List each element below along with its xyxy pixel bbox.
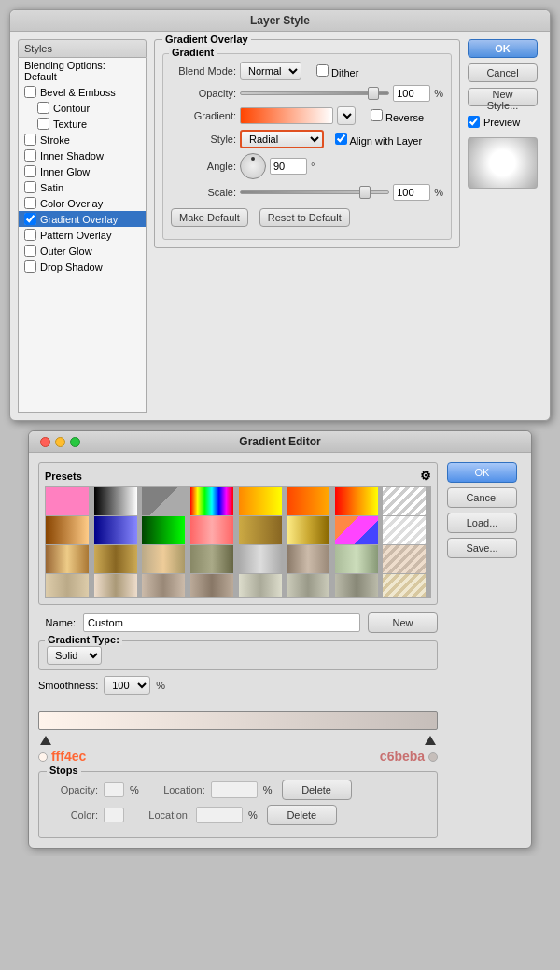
preset-swatch[interactable] — [190, 487, 233, 515]
sidebar-item-inner-glow[interactable]: Inner Glow — [19, 163, 146, 179]
preset-swatch[interactable] — [335, 487, 378, 515]
inner-glow-checkbox[interactable] — [24, 165, 36, 177]
sidebar-item-inner-shadow[interactable]: Inner Shadow — [19, 148, 146, 163]
color-location-input[interactable] — [196, 807, 243, 823]
preset-swatch[interactable] — [142, 516, 185, 544]
preset-swatch[interactable] — [383, 545, 426, 573]
sidebar-item-drop-shadow[interactable]: Drop Shadow — [19, 259, 146, 274]
sidebar-item-texture[interactable]: Texture — [19, 116, 146, 132]
right-color-stop[interactable] — [425, 736, 436, 745]
preset-swatch[interactable] — [94, 487, 137, 515]
outer-glow-checkbox[interactable] — [24, 245, 36, 257]
preset-swatch[interactable] — [239, 487, 282, 515]
reverse-checkbox[interactable] — [371, 109, 383, 121]
bevel-checkbox[interactable] — [24, 86, 36, 98]
ge-cancel-button[interactable]: Cancel — [447, 487, 517, 508]
preset-swatch[interactable] — [383, 516, 426, 544]
style-select[interactable]: Radial Linear Angle Reflected Diamond — [240, 130, 324, 148]
sidebar-item-gradient-overlay[interactable]: Gradient Overlay — [19, 211, 146, 227]
sidebar-item-outer-glow[interactable]: Outer Glow — [19, 243, 146, 259]
maximize-button[interactable] — [70, 437, 80, 447]
preset-swatch[interactable] — [287, 516, 329, 544]
ge-save-button[interactable]: Save... — [447, 538, 517, 558]
preset-swatch[interactable] — [46, 545, 89, 573]
opacity-location-input[interactable] — [211, 781, 258, 798]
preset-swatch[interactable] — [287, 487, 329, 515]
opacity-slider-thumb[interactable] — [368, 87, 379, 100]
preset-swatch[interactable] — [46, 574, 89, 598]
sidebar-item-stroke[interactable]: Stroke — [19, 132, 146, 148]
cancel-button[interactable]: Cancel — [468, 63, 538, 82]
color-delete-button[interactable]: Delete — [267, 805, 337, 825]
preset-swatch[interactable] — [46, 487, 89, 515]
preview-checkbox[interactable] — [468, 116, 480, 128]
gradient-bar[interactable] — [38, 711, 438, 730]
preset-swatch[interactable] — [335, 545, 378, 573]
scale-thumb[interactable] — [359, 186, 371, 199]
preset-swatch[interactable] — [190, 545, 233, 573]
drop-shadow-checkbox[interactable] — [24, 260, 36, 273]
opacity-input[interactable] — [393, 85, 430, 102]
contour-checkbox[interactable] — [37, 102, 49, 114]
preset-swatch[interactable] — [142, 574, 185, 598]
gear-icon[interactable]: ⚙ — [420, 469, 431, 483]
stroke-checkbox[interactable] — [24, 134, 36, 146]
gradient-overlay-checkbox[interactable] — [24, 213, 36, 225]
satin-checkbox[interactable] — [24, 181, 36, 193]
inner-shadow-checkbox[interactable] — [24, 149, 36, 162]
preset-swatch[interactable] — [142, 545, 185, 573]
make-default-button[interactable]: Make Default — [171, 208, 248, 227]
ok-button[interactable]: OK — [468, 39, 538, 58]
ge-load-button[interactable]: Load... — [447, 513, 517, 533]
opacity-slider[interactable] — [240, 91, 389, 95]
dither-checkbox[interactable] — [316, 64, 329, 77]
sidebar-item-color-overlay[interactable]: Color Overlay — [19, 195, 146, 211]
color-overlay-checkbox[interactable] — [24, 197, 36, 209]
style-row: Style: Radial Linear Angle Reflected Dia… — [171, 130, 443, 148]
gradient-type-select[interactable]: Solid Noise — [47, 646, 102, 665]
preset-swatch[interactable] — [335, 516, 378, 544]
sidebar-item-contour[interactable]: Contour — [19, 100, 146, 116]
angle-input[interactable] — [270, 158, 307, 175]
sidebar-item-pattern-overlay[interactable]: Pattern Overlay — [19, 227, 146, 243]
preset-swatch[interactable] — [239, 574, 282, 598]
scale-input[interactable] — [393, 184, 430, 201]
new-style-button[interactable]: New Style... — [468, 88, 538, 106]
preset-swatch[interactable] — [46, 516, 89, 544]
sidebar-item-blending[interactable]: Blending Options: Default — [19, 58, 146, 84]
preset-swatch[interactable] — [190, 574, 233, 598]
texture-checkbox[interactable] — [37, 118, 49, 130]
presets-grid — [45, 486, 431, 598]
preset-swatch[interactable] — [239, 516, 282, 544]
gradient-dropdown[interactable] — [337, 106, 356, 125]
new-gradient-button[interactable]: New — [368, 612, 438, 633]
left-color-stop[interactable] — [40, 736, 51, 745]
smoothness-select[interactable]: 100 — [104, 676, 150, 695]
name-input[interactable] — [83, 613, 360, 632]
preset-swatch[interactable] — [335, 574, 378, 598]
preset-swatch[interactable] — [383, 574, 426, 598]
pattern-overlay-checkbox[interactable] — [24, 229, 36, 241]
minimize-button[interactable] — [55, 437, 65, 447]
preset-swatch[interactable] — [287, 574, 329, 598]
opacity-delete-button[interactable]: Delete — [282, 780, 352, 800]
preset-swatch[interactable] — [239, 545, 282, 573]
ge-ok-button[interactable]: OK — [447, 462, 517, 483]
preset-swatch[interactable] — [94, 516, 137, 544]
right-color-label: c6beba — [380, 749, 425, 764]
preset-swatch[interactable] — [190, 516, 233, 544]
preset-swatch[interactable] — [142, 487, 185, 515]
align-with-layer-checkbox[interactable] — [335, 133, 347, 145]
reset-to-default-button[interactable]: Reset to Default — [259, 208, 350, 227]
sidebar-item-satin[interactable]: Satin — [19, 179, 146, 195]
preset-swatch[interactable] — [94, 574, 137, 598]
angle-dial[interactable] — [240, 153, 266, 179]
blend-mode-select[interactable]: Normal — [240, 62, 301, 80]
gradient-swatch[interactable] — [240, 107, 333, 124]
preset-swatch[interactable] — [94, 545, 137, 573]
sidebar-item-bevel[interactable]: Bevel & Emboss — [19, 84, 146, 100]
close-button[interactable] — [40, 437, 50, 447]
preset-swatch[interactable] — [287, 545, 329, 573]
scale-slider[interactable] — [240, 190, 389, 194]
preset-swatch[interactable] — [383, 487, 426, 515]
